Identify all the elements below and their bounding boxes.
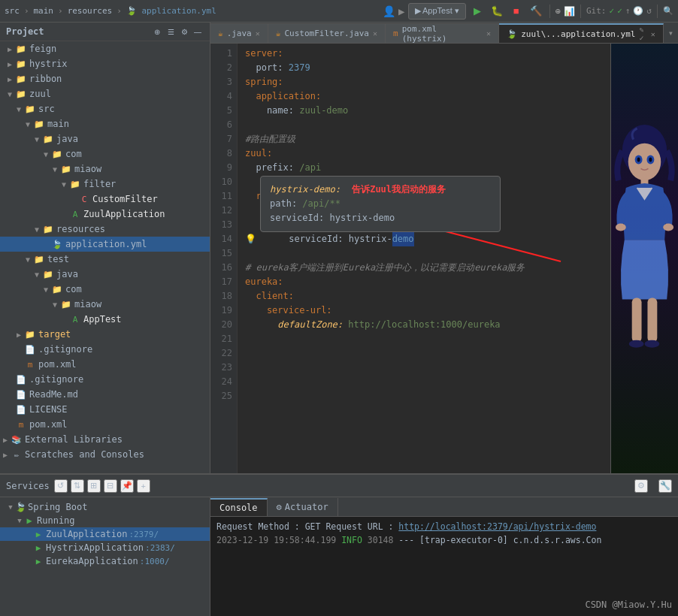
breadcrumb-resources[interactable]: resources — [68, 6, 113, 16]
tree-item[interactable]: ▼ 📁 test — [0, 252, 210, 267]
tab-actuator[interactable]: ⚙Actuator — [268, 498, 338, 516]
apptest-button[interactable]: ▶ AppTest ▾ — [408, 3, 466, 20]
sort2-icon[interactable]: ⇅ — [71, 479, 84, 493]
request-url[interactable]: http://localhost:2379/api/hystrix-demo — [398, 521, 596, 532]
tree-item[interactable]: m pom.xml — [0, 417, 210, 432]
close-icon[interactable]: ✕ — [373, 29, 377, 38]
spring-icon: 🍃 — [15, 502, 26, 512]
add-service-icon[interactable]: + — [137, 479, 150, 493]
build-button[interactable]: 🔨 — [528, 3, 544, 20]
code-line-7: #路由配置级 — [245, 132, 610, 146]
tree-item[interactable]: ▼ 📁 com — [0, 146, 210, 162]
tooltip-line-3: serviceId: hystrix-demo — [270, 211, 491, 225]
tree-item[interactable]: ▼ 📁 java — [0, 267, 210, 282]
tree-item[interactable]: ▶ ✏️ Scratches and Consoles — [0, 447, 210, 462]
minimize-icon[interactable]: — — [192, 26, 204, 38]
tree-label: com — [65, 284, 82, 294]
main-layout: Project ⊕ ☰ ⚙ — ▶ 📁 feign ▶ 📁 hystrix ▶ … — [0, 23, 678, 473]
editor-content[interactable]: 12345 678910 1112131415 1617181920 21222… — [210, 44, 678, 473]
folder-icon: 📁 — [24, 328, 36, 340]
tab-pom[interactable]: m pom.xml (hystrix) ✕ — [386, 23, 499, 43]
tab-application-yml[interactable]: 🍃 zuul\...application.yml ✎ ✓ ✕ — [499, 23, 664, 43]
tree-item[interactable]: C CustomFilter — [0, 192, 210, 207]
stop-button[interactable]: ■ — [508, 3, 525, 20]
tree-item[interactable]: ▼ 📁 miaow — [0, 162, 210, 177]
tree-item[interactable]: ▶ 📁 feign — [0, 41, 210, 56]
tree-item[interactable]: 📄 ReadMe.md — [0, 387, 210, 402]
tree-item[interactable]: ▶ 📁 target — [0, 327, 210, 342]
tab-bar: ☕ .java ✕ ☕ CustomFilter.java ✕ m pom.xm… — [210, 23, 678, 44]
play-button[interactable]: ▶ — [469, 3, 486, 20]
running-icon: ▶ — [24, 515, 35, 526]
tree-item[interactable]: ▶ 📁 hystrix — [0, 56, 210, 71]
svc-port: :2383/ — [145, 543, 175, 553]
svc-eureka-app[interactable]: ▶ EurekaApplication :1000/ — [0, 554, 210, 568]
timestamp: 2023-12-19 19:58:44.199 — [216, 535, 336, 545]
tree-item[interactable]: m pom.xml — [0, 357, 210, 372]
svc-hystrix-app[interactable]: ▶ HystrixApplication :2383/ — [0, 541, 210, 554]
more-tabs-button[interactable]: ▾ — [664, 23, 678, 43]
svc-zuul-app[interactable]: ▶ ZuulApplication :2379/ — [0, 527, 210, 541]
git-ok: ✓ — [617, 6, 622, 16]
tree-label: Scratches and Consoles — [25, 449, 144, 460]
file-icon: 📄 — [15, 388, 27, 400]
svc-label: EurekaApplication — [46, 556, 138, 566]
settings-icon[interactable]: ⚙ — [634, 479, 648, 493]
close-icon[interactable]: ✕ — [651, 30, 655, 38]
filter-icon[interactable]: ⊟ — [104, 479, 117, 493]
code-line-21 — [245, 332, 610, 346]
services-panel: ▼ 🍃 Spring Boot ▼ ▶ Running ▶ ZuulApplic… — [0, 497, 210, 616]
close-icon[interactable]: ✕ — [486, 29, 491, 38]
tree-item[interactable]: 🍃 application.yml — [0, 237, 210, 252]
close-icon[interactable]: ✕ — [256, 29, 260, 38]
tree-item[interactable]: 📄 .gitignore — [0, 342, 210, 357]
folder-icon: 📁 — [15, 43, 27, 55]
tree-item[interactable]: A ZuulApplication — [0, 207, 210, 222]
code-line-18: client: — [245, 289, 610, 303]
svc-label: ZuulApplication — [46, 529, 127, 539]
breadcrumb-src[interactable]: src — [5, 6, 20, 16]
tab-label: pom.xml (hystrix) — [402, 24, 483, 44]
tree-item[interactable]: ▼ 📁 resources — [0, 222, 210, 237]
tree-item[interactable]: ▼ 📁 zuul — [0, 86, 210, 101]
tree-item[interactable]: ▼ 📁 src — [0, 101, 210, 116]
tree-item[interactable]: ▶ 📚 External Libraries — [0, 432, 210, 447]
console-line-2: 2023-12-19 19:58:44.199 INFO 30148 --- [… — [216, 533, 672, 547]
sidebar-title: Project — [6, 26, 44, 37]
breadcrumb-file[interactable]: 🍃 application.yml — [126, 6, 216, 16]
tree-item[interactable]: ▼ 📁 miaow — [0, 297, 210, 312]
group-icon[interactable]: ⊞ — [87, 479, 101, 493]
console-panel: Console ⚙Actuator Request Method : GET R… — [210, 497, 678, 616]
code-editor[interactable]: server: port: 2379 spring: application: … — [238, 44, 610, 473]
folder-icon: 📁 — [15, 73, 27, 85]
svc-spring-boot[interactable]: ▼ 🍃 Spring Boot — [0, 500, 210, 514]
actuator-icon: ⚙ — [277, 502, 282, 512]
tree-item[interactable]: ▼ 📁 com — [0, 282, 210, 297]
tree-item[interactable]: 📄 .gitignore — [0, 372, 210, 387]
code-line-20: defaultZone: http://localhost:1000/eurek… — [245, 318, 610, 332]
tree-item[interactable]: ▼ 📁 main — [0, 116, 210, 131]
tree-item[interactable]: ▼ 📁 filter — [0, 177, 210, 192]
tab-console[interactable]: Console — [210, 498, 268, 516]
tab-customfilter[interactable]: ☕ CustomFilter.java ✕ — [268, 23, 386, 43]
tree-item[interactable]: A AppTest — [0, 312, 210, 327]
tree-item[interactable]: ▶ 📁 ribbon — [0, 71, 210, 86]
gear-icon[interactable]: ⚙ — [178, 26, 190, 38]
debug-button[interactable]: 🐛 — [489, 3, 505, 20]
svc-running[interactable]: ▼ ▶ Running — [0, 514, 210, 527]
tree-label: resources — [56, 224, 105, 234]
restart-icon[interactable]: ↺ — [54, 479, 68, 493]
tab-java[interactable]: ☕ .java ✕ — [210, 23, 268, 43]
svg-rect-11 — [632, 297, 642, 342]
pin-icon[interactable]: 📌 — [120, 479, 134, 493]
code-line-2: port: 2379 — [245, 61, 610, 75]
gear2-icon[interactable]: 🔧 — [658, 479, 672, 493]
breadcrumb-main[interactable]: main — [34, 6, 54, 16]
code-line-25 — [245, 389, 610, 403]
svc-label: Spring Boot — [28, 502, 87, 512]
tree-item[interactable]: 📄 LICENSE — [0, 402, 210, 417]
tree-item[interactable]: ▼ 📁 java — [0, 131, 210, 146]
add-icon[interactable]: ⊕ — [151, 26, 163, 38]
sort-icon[interactable]: ☰ — [165, 26, 177, 38]
line-numbers: 12345 678910 1112131415 1617181920 21222… — [210, 44, 238, 473]
